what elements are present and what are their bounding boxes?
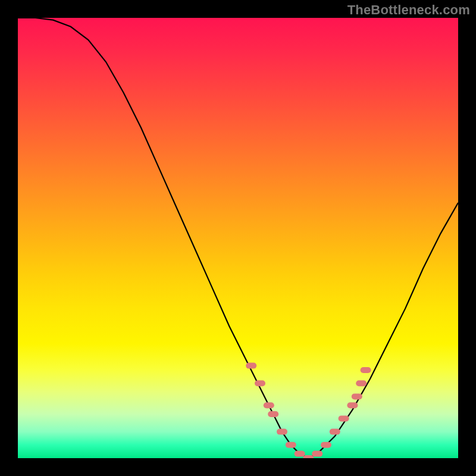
marker-dot bbox=[255, 380, 265, 386]
plot-area bbox=[18, 18, 458, 458]
chart-frame: TheBottleneck.com bbox=[0, 0, 476, 476]
marker-dot bbox=[321, 442, 331, 448]
marker-dot bbox=[268, 411, 278, 417]
marker-dot bbox=[286, 442, 296, 448]
watermark-text: TheBottleneck.com bbox=[347, 2, 470, 18]
marker-dot bbox=[347, 402, 358, 408]
marker-dot bbox=[330, 429, 340, 435]
marker-dot bbox=[339, 415, 349, 421]
marker-dot bbox=[303, 455, 314, 458]
marker-dot bbox=[277, 429, 287, 435]
marker-dot bbox=[246, 363, 256, 369]
marker-dot bbox=[361, 367, 371, 373]
marker-dot bbox=[295, 451, 305, 457]
marker-dot bbox=[312, 451, 322, 457]
marker-dot bbox=[356, 380, 367, 386]
marker-dot bbox=[352, 393, 362, 399]
curve-layer bbox=[18, 18, 458, 458]
marker-dot bbox=[264, 402, 274, 408]
main-curve bbox=[18, 18, 458, 458]
